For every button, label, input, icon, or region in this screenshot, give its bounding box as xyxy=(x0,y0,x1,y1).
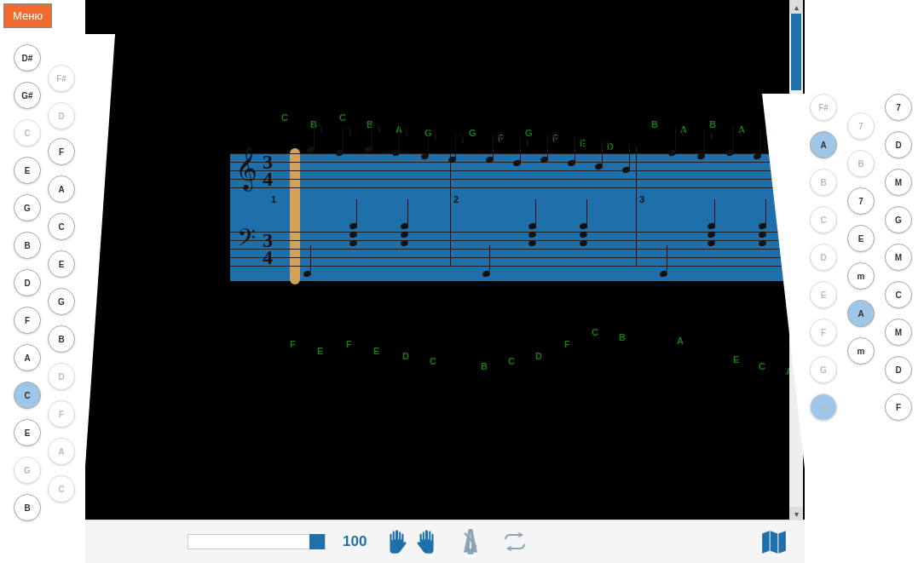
menu-button[interactable]: Меню xyxy=(3,3,52,28)
bass-clef: 𝄢 xyxy=(237,225,256,258)
right-key-d[interactable]: D xyxy=(810,244,837,271)
left-key-c[interactable]: C xyxy=(14,382,41,409)
note-label: F xyxy=(346,339,352,349)
right-key-d[interactable]: D xyxy=(885,131,912,158)
right-key-d[interactable]: D xyxy=(885,356,912,383)
left-key-dsharp[interactable]: D# xyxy=(14,44,41,72)
right-key-fsharp[interactable]: F# xyxy=(810,94,837,121)
treble-clef: 𝄞 xyxy=(235,146,257,190)
time-signature-bass: 34 xyxy=(263,232,273,266)
tempo-slider-thumb[interactable] xyxy=(309,534,325,549)
tempo-slider[interactable] xyxy=(188,534,326,549)
bar-number: 3 xyxy=(639,194,644,204)
left-key-f[interactable]: F xyxy=(48,400,75,428)
left-key-a[interactable]: A xyxy=(48,438,75,465)
left-key-e[interactable]: E xyxy=(14,157,41,184)
note-label: F xyxy=(290,339,296,349)
left-key-b[interactable]: B xyxy=(14,232,41,259)
right-key-7[interactable]: 7 xyxy=(847,112,875,140)
left-key-d[interactable]: D xyxy=(14,269,41,296)
note-label: B xyxy=(651,119,658,129)
note-label: C xyxy=(508,356,515,366)
left-hand-icon[interactable] xyxy=(384,525,411,559)
note-label: B xyxy=(619,332,626,342)
left-key-c[interactable]: C xyxy=(48,213,75,240)
right-key-m[interactable]: m xyxy=(847,337,875,365)
right-key-b[interactable]: B xyxy=(810,169,837,196)
note-label: G xyxy=(469,128,476,138)
right-key-g[interactable]: G xyxy=(810,356,837,383)
right-key-b[interactable]: B xyxy=(847,150,875,177)
tempo-value: 100 xyxy=(343,533,367,550)
right-key-c[interactable]: C xyxy=(885,281,912,308)
score-canvas[interactable]: 𝄞 𝄢 34 34 1 2 3 CBCBAGGFGFEDBABAGF FEFED… xyxy=(111,0,779,520)
left-keyboard-panel: D#F#G#DCFEAGCBEDGFBADCFEAGCB xyxy=(0,34,81,528)
left-key-gsharp[interactable]: G# xyxy=(14,82,41,109)
left-key-a[interactable]: A xyxy=(48,175,75,203)
note-label: C xyxy=(592,327,598,337)
note-label: E xyxy=(733,354,739,365)
right-key-a[interactable]: A xyxy=(810,131,837,158)
scroll-up-icon[interactable]: ▴ xyxy=(789,0,803,14)
left-key-b[interactable]: B xyxy=(48,325,75,353)
note-label: C xyxy=(430,356,436,366)
bottom-toolbar: 100 xyxy=(85,520,805,563)
right-key-a[interactable]: A xyxy=(847,300,875,327)
staff-system: 𝄞 𝄢 34 34 1 2 3 CBCBAGGFGFEDBABAGF FEFED… xyxy=(230,153,818,281)
left-key-fsharp[interactable]: F# xyxy=(48,65,75,92)
left-key-e[interactable]: E xyxy=(14,419,41,446)
note-label: F xyxy=(564,339,570,349)
score-area: 𝄞 𝄢 34 34 1 2 3 CBCBAGGFGFEDBABAGF FEFED… xyxy=(85,0,805,520)
left-key-d[interactable]: D xyxy=(48,363,75,390)
note-label: E xyxy=(317,346,323,356)
bar-number: 1 xyxy=(271,194,276,204)
note-label: E xyxy=(373,346,379,356)
left-key-b[interactable]: B xyxy=(14,494,41,521)
left-key-g[interactable]: G xyxy=(48,288,75,315)
left-key-c[interactable]: C xyxy=(48,475,75,503)
right-key-c[interactable]: C xyxy=(810,206,837,233)
right-hand-icon[interactable] xyxy=(413,525,440,559)
right-key-e[interactable]: E xyxy=(847,225,875,252)
right-key-a[interactable]: A xyxy=(810,394,837,421)
right-key-g[interactable]: G xyxy=(885,206,912,233)
left-key-d[interactable]: D xyxy=(48,102,75,129)
right-key-m[interactable]: M xyxy=(885,244,912,271)
left-key-g[interactable]: G xyxy=(14,194,41,221)
right-key-7[interactable]: 7 xyxy=(885,94,912,121)
left-key-c[interactable]: C xyxy=(14,119,41,146)
bar-number: 2 xyxy=(453,194,459,204)
right-key-m[interactable]: M xyxy=(885,169,912,196)
left-key-e[interactable]: E xyxy=(48,250,75,278)
right-key-m[interactable]: M xyxy=(885,319,912,346)
note-label: C xyxy=(281,112,288,123)
scroll-down-icon[interactable]: ▾ xyxy=(789,507,803,520)
note-label: D xyxy=(402,351,409,361)
right-key-f[interactable]: F xyxy=(810,319,837,346)
loop-icon[interactable] xyxy=(501,525,528,559)
map-icon[interactable] xyxy=(760,525,788,559)
right-keyboard-panel: F#77ABDB7MCEGDmMEACFmMGDFA xyxy=(805,94,924,468)
note-label: B xyxy=(481,361,488,371)
left-key-f[interactable]: F xyxy=(14,307,41,334)
note-label: A xyxy=(677,336,684,346)
right-key-m[interactable]: m xyxy=(847,262,875,290)
right-key-7[interactable]: 7 xyxy=(847,187,875,215)
scrollbar-thumb[interactable] xyxy=(791,14,801,90)
left-key-a[interactable]: A xyxy=(14,344,41,371)
left-key-f[interactable]: F xyxy=(48,138,75,165)
note-label: G xyxy=(525,128,533,138)
time-signature-treble: 34 xyxy=(263,153,273,187)
left-key-g[interactable]: G xyxy=(14,457,41,484)
note-label: B xyxy=(709,119,716,129)
metronome-icon[interactable] xyxy=(457,525,484,559)
right-key-e[interactable]: E xyxy=(810,281,837,308)
right-key-f[interactable]: F xyxy=(885,394,912,421)
note-label: D xyxy=(535,351,542,361)
note-label: C xyxy=(339,112,346,123)
